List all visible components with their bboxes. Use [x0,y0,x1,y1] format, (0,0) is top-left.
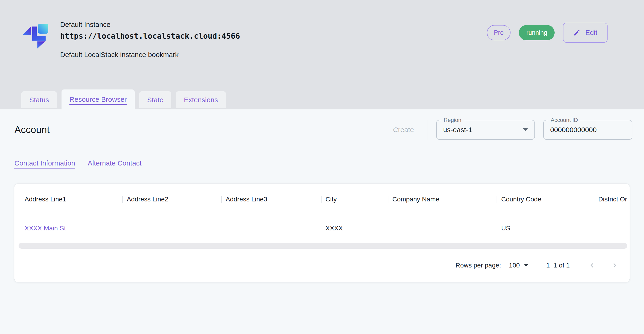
instance-subtitle: Default LocalStack instance bookmark [60,51,240,59]
pencil-icon [573,29,580,36]
toolbar-divider [427,120,428,140]
edit-button[interactable]: Edit [563,23,608,43]
subtab-alternate-contact[interactable]: Alternate Contact [88,159,142,167]
contact-information-table: Address Line1 Address Line2 Address Line… [14,183,630,282]
table-pagination: Rows per page: 100 1–1 of 1 [14,249,630,282]
chevron-down-icon [523,128,528,131]
subtab-contact-information[interactable]: Contact Information [14,159,75,167]
column-header-company-name[interactable]: Company Name [388,196,496,203]
instance-header: Default Instance https://localhost.local… [0,0,644,109]
next-page-button[interactable] [610,261,620,270]
instance-title: Default Instance [60,20,240,29]
cell-country-code: US [496,225,594,232]
edit-button-label: Edit [585,29,597,37]
account-id-value: 000000000000 [550,126,597,134]
account-id-label: Account ID [548,117,580,124]
resource-browser-panel: Account Create Region us-east-1 Account … [0,109,644,334]
rows-per-page-select[interactable]: 100 [509,262,528,269]
tab-status[interactable]: Status [21,91,57,108]
column-header-city[interactable]: City [321,196,388,203]
table-header-row: Address Line1 Address Line2 Address Line… [14,183,630,215]
localstack-logo-icon [22,21,50,49]
status-badge: running [519,25,554,40]
instance-url: https://localhost.localstack.cloud:4566 [60,31,240,40]
rows-per-page-value: 100 [509,262,520,269]
column-header-district[interactable]: District Or [594,196,630,203]
previous-page-button[interactable] [587,261,597,270]
region-select-label: Region [441,117,464,124]
cell-address-line1[interactable]: XXXX Main St [14,225,122,232]
rows-per-page-label: Rows per page: [456,262,501,269]
chevron-right-icon [610,261,619,270]
column-header-address-line1[interactable]: Address Line1 [14,196,122,203]
pro-badge: Pro [487,25,510,40]
region-select-value: us-east-1 [443,126,472,134]
page-title: Account [14,124,50,135]
column-header-address-line3[interactable]: Address Line3 [221,196,321,203]
resource-toolbar: Account Create Region us-east-1 Account … [0,109,644,150]
chevron-left-icon [588,261,596,270]
account-id-field[interactable]: Account ID 000000000000 [543,120,632,140]
horizontal-scrollbar[interactable] [18,243,627,249]
tab-state[interactable]: State [139,91,171,108]
tab-resource-browser[interactable]: Resource Browser [62,89,135,109]
pagination-range: 1–1 of 1 [546,262,570,269]
region-select[interactable]: Region us-east-1 [436,120,535,140]
column-header-address-line2[interactable]: Address Line2 [122,196,221,203]
chevron-down-icon [524,264,528,267]
create-button[interactable]: Create [393,126,414,134]
tab-extensions[interactable]: Extensions [176,91,226,108]
column-header-country-code[interactable]: Country Code [496,196,594,203]
cell-city: XXXX [321,225,388,232]
instance-tab-bar: Status Resource Browser State Extensions [21,89,226,109]
table-row[interactable]: XXXX Main St XXXX US [14,215,630,241]
account-subtabs: Contact Information Alternate Contact [0,150,644,176]
